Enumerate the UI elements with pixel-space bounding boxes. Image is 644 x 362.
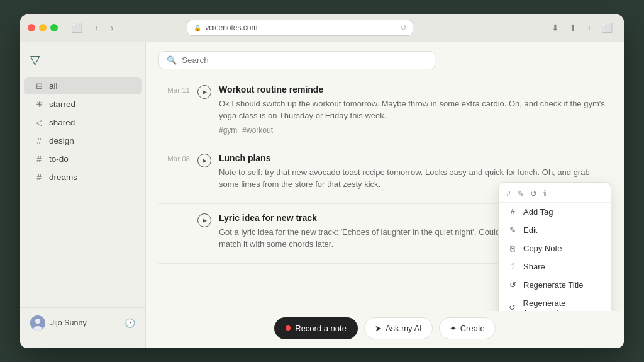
create-button[interactable]: ✦ Create: [439, 317, 496, 339]
sidebar-label-design: design: [49, 136, 74, 145]
context-menu-regen-transcript[interactable]: ↺ Regenerate Transcript: [499, 294, 611, 311]
note-item: Mar 08 ▶ Lunch plans Note to self: try t…: [158, 144, 611, 204]
add-tag-icon: #: [508, 207, 518, 217]
record-button[interactable]: Record a note: [274, 317, 358, 339]
send-icon: ➤: [375, 324, 382, 333]
sidebar-label-all: all: [49, 81, 58, 91]
sidebar-item-all[interactable]: ⊟ all: [24, 77, 142, 94]
sidebar-item-design[interactable]: # design: [24, 132, 142, 149]
record-dot-icon: [286, 325, 291, 331]
browser-content: ▽ ⊟ all ✳ starred ◁ shared # design: [20, 42, 624, 348]
play-button[interactable]: ▶: [197, 213, 211, 227]
context-menu-add-tag[interactable]: # Add Tag: [499, 203, 611, 221]
browser-actions: ⬇ ⬆ + ⬜: [548, 20, 616, 35]
svg-point-1: [35, 319, 40, 324]
notes-list: Mar 11 ▶ Workout routine reminde Ok I sh…: [146, 76, 624, 311]
search-icon: 🔍: [167, 55, 177, 65]
sidebar-label-todo: to-do: [49, 154, 69, 164]
context-menu: # ✎ ↺ ℹ # Add Tag ✎ Edit: [498, 182, 611, 311]
share-button[interactable]: ⬆: [565, 20, 580, 35]
sidebar-item-starred[interactable]: ✳ starred: [24, 96, 142, 113]
sidebar-label-dreams: dreams: [49, 173, 77, 182]
refresh-header-icon[interactable]: ↺: [530, 189, 537, 198]
share-context-icon: ⤴: [508, 262, 518, 271]
history-icon[interactable]: 🕐: [125, 318, 135, 328]
ask-ai-button[interactable]: ➤ Ask my AI: [364, 317, 433, 339]
regen-transcript-label: Regenerate Transcript: [523, 298, 602, 311]
app-logo: ▽: [20, 52, 145, 77]
search-wrapper[interactable]: 🔍: [158, 51, 435, 69]
note-item: Mar 11 ▶ Workout routine reminde Ok I sh…: [158, 76, 611, 144]
edit-label: Edit: [523, 225, 537, 235]
create-icon: ✦: [450, 324, 457, 333]
new-tab-button[interactable]: +: [583, 20, 596, 35]
sidebar-toggle-button[interactable]: ⬜: [68, 20, 86, 35]
all-icon: ⊟: [34, 81, 44, 91]
close-button[interactable]: [28, 24, 35, 31]
note-body: Workout routine reminde Ok I should swit…: [219, 84, 611, 135]
note-date: Mar 11: [158, 84, 190, 135]
sidebar: ▽ ⊟ all ✳ starred ◁ shared # design: [20, 42, 146, 348]
copy-icon: ⎘: [508, 244, 518, 253]
shared-icon: ◁: [34, 118, 44, 127]
tag-header-icon[interactable]: #: [506, 189, 511, 198]
tabs-button[interactable]: ⬜: [598, 20, 616, 35]
note-title: Lunch plans: [219, 153, 611, 163]
regen-title-label: Regenerate Title: [523, 280, 583, 290]
design-icon: #: [34, 136, 44, 145]
context-menu-copy[interactable]: ⎘ Copy Note: [499, 239, 611, 257]
forward-button[interactable]: ›: [107, 20, 118, 35]
context-menu-regen-title[interactable]: ↺ Regenerate Title: [499, 276, 611, 294]
sidebar-nav: ⊟ all ✳ starred ◁ shared # design # to: [20, 77, 145, 307]
sidebar-label-starred: starred: [49, 99, 75, 109]
add-tag-label: Add Tag: [523, 207, 553, 217]
url-text: voicenotes.com: [205, 23, 257, 32]
create-label: Create: [460, 324, 485, 333]
back-button[interactable]: ‹: [91, 20, 102, 35]
search-input[interactable]: [182, 55, 427, 65]
regen-transcript-icon: ↺: [508, 303, 518, 311]
context-menu-edit[interactable]: ✎ Edit: [499, 221, 611, 239]
username-label: Jijo Sunny: [50, 319, 119, 327]
play-button[interactable]: ▶: [197, 85, 211, 99]
share-label: Share: [523, 262, 545, 271]
sidebar-footer: Jijo Sunny 🕐: [20, 307, 145, 338]
bottom-bar: Record a note ➤ Ask my AI ✦ Create: [146, 311, 624, 348]
play-button[interactable]: ▶: [197, 154, 211, 167]
regen-title-icon: ↺: [508, 280, 518, 290]
note-tags: #gym #workout: [219, 126, 611, 135]
copy-label: Copy Note: [523, 244, 562, 253]
note-tag[interactable]: #workout: [242, 126, 273, 135]
maximize-button[interactable]: [50, 24, 58, 31]
lock-icon: 🔒: [194, 25, 201, 31]
traffic-lights: [28, 24, 58, 31]
note-text: Ok I should switch up the workout tomorr…: [219, 98, 611, 122]
browser-window: ⬜ ‹ › 🔒 voicenotes.com ↺ ⬇ ⬆ + ⬜ ▽ ⊟ all: [20, 14, 624, 348]
starred-icon: ✳: [34, 99, 44, 109]
note-title: Workout routine reminde: [219, 84, 611, 94]
context-menu-share[interactable]: ⤴ Share: [499, 257, 611, 276]
browser-titlebar: ⬜ ‹ › 🔒 voicenotes.com ↺ ⬇ ⬆ + ⬜: [20, 14, 624, 42]
context-menu-header: # ✎ ↺ ℹ: [499, 185, 611, 203]
note-date: Mar 08: [158, 153, 190, 195]
sidebar-label-shared: shared: [49, 118, 75, 127]
record-label: Record a note: [295, 324, 347, 333]
dreams-icon: #: [34, 173, 44, 182]
ask-ai-label: Ask my AI: [386, 324, 422, 333]
reload-icon[interactable]: ↺: [401, 24, 406, 32]
minimize-button[interactable]: [39, 24, 47, 31]
note-tag[interactable]: #gym: [219, 126, 237, 135]
sidebar-item-dreams[interactable]: # dreams: [24, 169, 142, 186]
main-content: 🔍 Mar 11 ▶ Workout routine reminde Ok I …: [146, 42, 624, 348]
download-button[interactable]: ⬇: [548, 20, 563, 35]
todo-icon: #: [34, 154, 44, 164]
sidebar-item-shared[interactable]: ◁ shared: [24, 114, 142, 131]
address-bar[interactable]: 🔒 voicenotes.com ↺: [187, 20, 413, 36]
sidebar-item-todo[interactable]: # to-do: [24, 150, 142, 167]
info-header-icon[interactable]: ℹ: [543, 189, 547, 198]
note-date: [158, 213, 190, 254]
avatar: [30, 315, 45, 331]
edit-icon: ✎: [508, 225, 518, 235]
edit-header-icon[interactable]: ✎: [517, 189, 524, 198]
search-bar-area: 🔍: [146, 42, 624, 76]
